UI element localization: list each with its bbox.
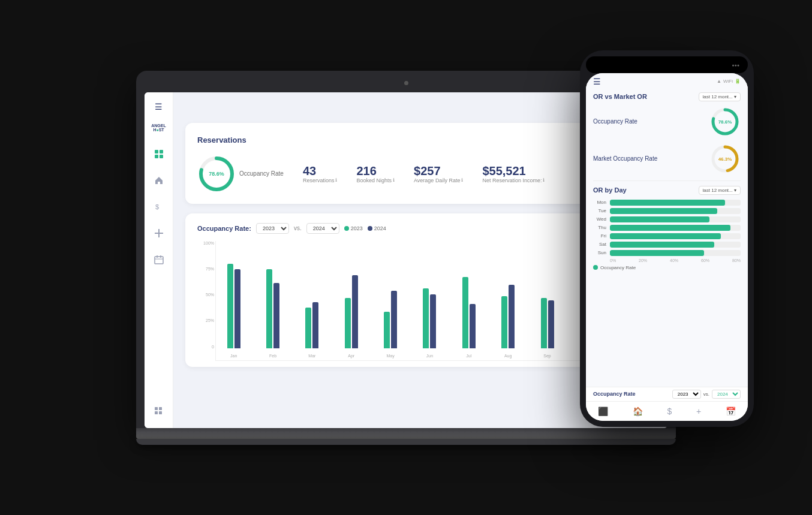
app-logo: ANGEL H●ST: [151, 124, 166, 132]
phone-footer-year2[interactable]: 20242023: [712, 390, 741, 399]
svg-rect-2: [155, 155, 158, 158]
phone-footer-bar: Occupancy Rate 20232024 vs. 20242023: [586, 387, 748, 401]
bar-2023-jul: [462, 277, 468, 348]
stat-value-reservations: 43: [303, 164, 338, 177]
day-bar-sat: Sat: [593, 242, 741, 248]
phone-notch-bar: ●●●: [586, 56, 748, 73]
phone-legend: Occupancy Rate: [593, 265, 741, 270]
phone-or-label: Occupancy Rate: [593, 118, 637, 125]
month-group-may: May: [372, 241, 408, 348]
svg-rect-6: [155, 233, 163, 234]
legend-2024: 2024: [368, 225, 386, 231]
laptop-base: [136, 428, 676, 439]
legend-2023: 2023: [344, 225, 363, 231]
sidebar-item-home[interactable]: [152, 173, 166, 188]
phone-filter1-dropdown[interactable]: last 12 mont... ▾: [699, 92, 741, 101]
phone-notch: [640, 56, 694, 67]
legend-label-2023: 2023: [351, 225, 363, 231]
chart-year1-select[interactable]: 20232024: [256, 223, 289, 234]
stat-nights: 216 Booked Nights ℹ: [356, 164, 395, 183]
sidebar-item-grid[interactable]: [152, 404, 166, 418]
phone-market-pct: 46.3%: [718, 156, 732, 161]
svg-rect-11: [155, 407, 158, 410]
month-group-jan: Jan: [216, 241, 251, 348]
phone-status: ▲WiFi🔋: [717, 79, 741, 84]
svg-rect-12: [159, 407, 162, 410]
stat-value-adr: $257: [414, 164, 463, 177]
month-group-jun: Jun: [412, 241, 447, 348]
month-group-mar: Mar: [294, 241, 330, 348]
sidebar-item-add[interactable]: [152, 226, 166, 240]
bar-2024-may: [391, 291, 397, 348]
phone-filter2-dropdown[interactable]: last 12 mont... ▾: [699, 186, 741, 195]
svg-rect-14: [159, 411, 162, 414]
occupancy-circle: 78.6%: [197, 155, 236, 193]
card-header: Reservations last 12 mont... ▾: [197, 134, 643, 146]
phone-section1-title: OR vs Market OR: [593, 93, 647, 100]
phone-nav-add[interactable]: +: [696, 406, 701, 416]
stat-label-income: Net Reservation Income: ℹ: [482, 177, 545, 183]
sidebar-item-calendar[interactable]: [152, 252, 166, 267]
sidebar: ☰ ANGEL H●ST $: [145, 92, 173, 428]
day-bars-container: MonTueWedThuFriSatSun: [593, 200, 741, 256]
bar-2023-sep: [541, 298, 547, 348]
svg-text:$: $: [155, 203, 159, 210]
phone-nav-finances[interactable]: $: [667, 406, 672, 416]
stat-value-nights: 216: [356, 164, 395, 177]
bar-2024-aug: [509, 285, 515, 348]
legend-label-2024: 2024: [374, 225, 386, 231]
svg-rect-0: [155, 150, 158, 153]
info-icon-adr: ℹ: [461, 177, 463, 183]
svg-rect-13: [155, 411, 158, 414]
bar-2024-sep: [548, 300, 554, 348]
chart-year2-select[interactable]: 20242023: [306, 223, 339, 234]
laptop-foot: [136, 439, 676, 445]
occupancy-group: 78.6% Occupancy Rate: [197, 155, 284, 193]
phone-bottom-nav: ⬛ 🏠 $ + 📅: [586, 401, 748, 421]
phone-footer-title: Occupancy Rate: [593, 391, 636, 397]
phone-market-circle: 46.3%: [709, 143, 741, 174]
sidebar-menu-icon[interactable]: ☰: [155, 102, 163, 112]
phone-divider: [593, 180, 741, 181]
month-group-apr: Apr: [333, 241, 369, 348]
phone-section1-header: OR vs Market OR last 12 mont... ▾: [593, 92, 741, 101]
phone-nav-calendar[interactable]: 📅: [726, 406, 736, 416]
bar-2023-jan: [227, 264, 233, 348]
occupancy-rate-label: Occupancy Rate: [239, 170, 284, 177]
phone-section2-header: OR by Day last 12 mont... ▾: [593, 186, 741, 195]
phone-menu-icon[interactable]: ☰: [593, 77, 601, 86]
bar-2023-jun: [423, 288, 429, 348]
phone-nav-dashboard[interactable]: ⬛: [598, 406, 608, 416]
or-xaxis: 0% 20% 40% 60% 80%: [593, 258, 741, 263]
day-bar-thu: Thu: [593, 225, 741, 231]
bar-2024-apr: [352, 275, 358, 348]
phone-footer-vs: vs.: [703, 391, 709, 397]
bar-2023-mar: [305, 308, 311, 348]
info-icon: ℹ: [335, 177, 337, 183]
phone-market-label: Market Occupancy Rate: [593, 155, 657, 162]
svg-rect-3: [160, 155, 163, 158]
chart-title: Occupancy Rate:: [197, 225, 251, 232]
phone-screen: ☰ ▲WiFi🔋 OR vs Market OR last 12 mont...…: [586, 73, 748, 421]
day-bar-sun: Sun: [593, 250, 741, 256]
occupancy-pct: 78.6%: [209, 171, 224, 177]
stats-row: 78.6% Occupancy Rate 43 Reservations ℹ 2…: [197, 155, 643, 193]
legend-dot-2024: [368, 226, 372, 231]
phone-body: ●●● ☰ ▲WiFi🔋 OR vs Market OR last: [580, 50, 754, 427]
bar-2024-mar: [312, 302, 318, 348]
sidebar-item-finances[interactable]: $: [152, 200, 166, 214]
stat-label-reservations: Reservations ℹ: [303, 177, 338, 183]
stat-adr: $257 Average Daily Rate ℹ: [414, 164, 463, 183]
phone-or-row-2: Market Occupancy Rate 46.3%: [593, 143, 741, 174]
phone-nav-home[interactable]: 🏠: [633, 406, 643, 416]
sidebar-item-dashboard[interactable]: [152, 147, 166, 161]
y-axis: 100% 75% 50% 25% 0: [197, 241, 214, 349]
info-icon-income: ℹ: [543, 177, 545, 183]
day-bar-fri: Fri: [593, 233, 741, 239]
bar-2024-jul: [470, 304, 476, 348]
bar-2024-feb: [273, 283, 279, 348]
phone-footer-year1[interactable]: 20232024: [672, 390, 701, 399]
legend-label-or: Occupancy Rate: [600, 265, 636, 270]
stat-reservations: 43 Reservations ℹ: [303, 164, 338, 183]
bar-2023-may: [384, 312, 390, 348]
